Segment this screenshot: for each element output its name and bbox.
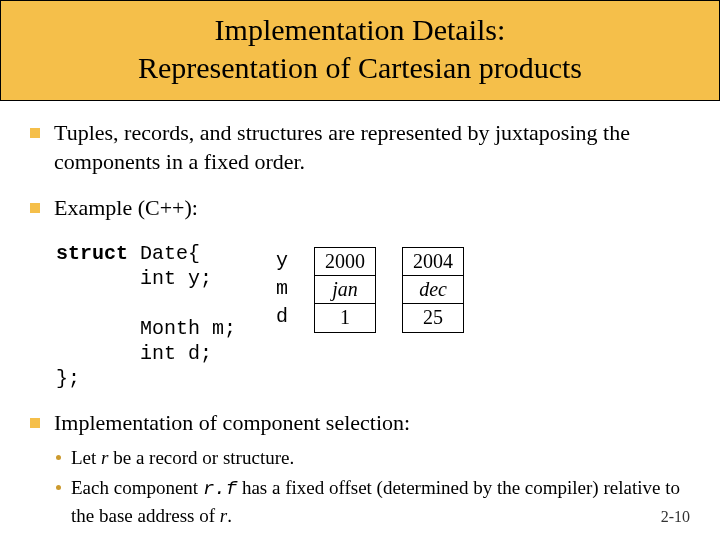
- cell-m-2: dec: [403, 276, 463, 304]
- square-bullet-icon: [30, 418, 40, 428]
- bullet-3: Implementation of component selection:: [30, 409, 690, 438]
- title-bar: Implementation Details: Representation o…: [0, 0, 720, 101]
- slide-content: Tuples, records, and structures are repr…: [0, 101, 720, 540]
- cell-y-2: 2004: [403, 248, 463, 276]
- code-keyword: struct: [56, 242, 128, 265]
- title-line-2: Representation of Cartesian products: [138, 51, 582, 84]
- cell-y-1: 2000: [315, 248, 375, 276]
- dot-bullet-icon: [56, 455, 61, 460]
- field-labels: y m d: [276, 247, 288, 331]
- cell-m-1: jan: [315, 276, 375, 304]
- bullet-2-text: Example (C++):: [54, 194, 690, 223]
- example-row: struct Date{ int y; Month m; int d; }; y…: [56, 241, 690, 391]
- s1a: Let: [71, 447, 101, 468]
- slide-number: 2-10: [661, 508, 690, 526]
- field-m: m: [276, 275, 288, 303]
- cell-d-1: 1: [315, 304, 375, 332]
- code-l5: };: [56, 367, 80, 390]
- s2a: Each component: [71, 477, 203, 498]
- bullet-1: Tuples, records, and structures are repr…: [30, 119, 690, 176]
- sub-bullet-1: Let r be a record or structure.: [56, 445, 690, 471]
- cell-d-2: 25: [403, 304, 463, 332]
- struct-instance-2: 2004 dec 25: [402, 247, 464, 333]
- s1c: be a record or structure.: [108, 447, 294, 468]
- code-l2: int y;: [56, 267, 212, 290]
- struct-instance-1: 2000 jan 1: [314, 247, 376, 333]
- dot-bullet-icon: [56, 485, 61, 490]
- s2e: .: [227, 505, 232, 526]
- field-y: y: [276, 247, 288, 275]
- code-l1: Date{: [128, 242, 200, 265]
- struct-diagram: y m d 2000 jan 1 2004 dec 25: [276, 247, 464, 333]
- sub-bullet-2-text: Each component r.f has a fixed offset (d…: [71, 475, 690, 528]
- bullet-3-text: Implementation of component selection:: [54, 409, 690, 438]
- slide-title: Implementation Details: Representation o…: [21, 11, 699, 86]
- sub-bullet-1-text: Let r be a record or structure.: [71, 445, 294, 471]
- expr-rf: r.f: [203, 478, 237, 500]
- code-l4: int d;: [56, 342, 212, 365]
- code-block: struct Date{ int y; Month m; int d; };: [56, 241, 236, 391]
- field-d: d: [276, 303, 288, 331]
- square-bullet-icon: [30, 203, 40, 213]
- bullet-2: Example (C++):: [30, 194, 690, 223]
- sub-bullet-2: Each component r.f has a fixed offset (d…: [56, 475, 690, 528]
- code-l3: Month m;: [56, 317, 236, 340]
- sub-bullet-list: Let r be a record or structure. Each com…: [56, 445, 690, 528]
- title-line-1: Implementation Details:: [215, 13, 506, 46]
- bullet-1-text: Tuples, records, and structures are repr…: [54, 119, 690, 176]
- square-bullet-icon: [30, 128, 40, 138]
